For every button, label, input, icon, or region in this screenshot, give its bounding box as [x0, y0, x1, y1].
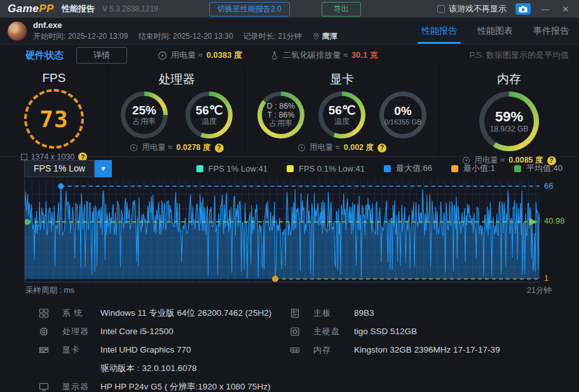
resolution-icon: [21, 154, 27, 160]
game-icon: [8, 22, 27, 41]
record-duration: 记录时长: 21分钟: [243, 31, 302, 42]
average-note: P.S. 数据图显示的是平均值: [469, 50, 579, 61]
cpu-icon: [38, 326, 53, 337]
gpu-section: 显卡 D : 86%T : 86%占用率 56℃温度 0%0/16355 GB …: [245, 66, 439, 156]
gpu-help-icon[interactable]: ?: [378, 144, 386, 152]
legend-swatch: [287, 165, 294, 172]
info-row-system: 系 统 Windows 11 专业版 64位 26200.7462 (25H2): [38, 304, 289, 322]
title-bar: GamePP 性能报告 V 5.3.2838.1219 切换至性能报告2.0 导…: [0, 0, 579, 18]
info-row-monitor: 显示器 HP HP P24v G5 ( 分辨率:1920 x 1080 75Hz…: [38, 377, 289, 392]
system-info: 系 统 Windows 11 专业版 64位 26200.7462 (25H2)…: [0, 296, 579, 392]
legend-avg[interactable]: 平均值:40: [514, 163, 562, 174]
report-header: dnf.exe 开始时间: 2025-12-20 13:09 结束时间: 202…: [0, 18, 579, 44]
duration-label: 21分钟: [527, 285, 552, 296]
fps-chart: 66 40.98 1: [24, 180, 539, 283]
tab-performance-report[interactable]: 性能报告: [411, 18, 467, 44]
system-icon: [38, 308, 53, 319]
gpu-usage-ring: D : 86%T : 86%占用率: [257, 91, 304, 139]
total-power-label: 用电量 ≈: [171, 50, 203, 61]
location: 鹰潭: [312, 31, 337, 42]
minimize-button[interactable]: —: [540, 4, 551, 14]
app-version: V 5.3.2838.1219: [102, 4, 158, 13]
fps-value: 73: [39, 106, 68, 132]
app-subtitle: 性能报告: [62, 3, 95, 15]
info-row-cpu: 处理器 Intel Core i5-12500: [38, 322, 289, 341]
cpu-help-icon[interactable]: ?: [215, 144, 224, 152]
hide-game-checkbox[interactable]: [437, 5, 445, 13]
legend-swatch: [384, 165, 391, 172]
legend-max[interactable]: 最大值:66: [384, 163, 432, 174]
game-name: dnf.exe: [33, 20, 337, 30]
info-row-motherboard: 主板 89B3: [289, 304, 579, 322]
report-tabs: 性能报告 性能图表 事件报告: [411, 18, 579, 44]
detail-button[interactable]: 详情: [76, 47, 127, 64]
cpu-power-value: 0.0278 度: [176, 142, 210, 153]
metric-dropdown-value[interactable]: FPS 1% Low: [24, 160, 95, 177]
memory-section: 内存 59%18.9/32 GB 用电量 ≈ 0.0085 度 ?: [439, 66, 579, 156]
y-label-min: 1: [544, 273, 548, 283]
memory-title: 内存: [497, 71, 521, 88]
y-label-avg: 40.98: [544, 216, 565, 226]
memory-usage-ring: 59%18.9/32 GB: [479, 91, 539, 151]
metric-dropdown[interactable]: FPS 1% Low ▼: [24, 160, 112, 177]
cpu-title: 处理器: [159, 71, 195, 88]
co2-icon: [270, 51, 279, 60]
gpu-power-value: 0.002 度: [344, 142, 374, 153]
ram-icon: [289, 344, 304, 356]
location-pin-icon: [312, 32, 320, 41]
info-row-disk: 主硬盘 tigo SSD 512GB: [289, 322, 579, 341]
legend-swatch: [451, 165, 458, 172]
tab-event-report[interactable]: 事件报告: [523, 18, 579, 44]
power-icon: [158, 51, 167, 60]
sample-period-label: 采样周期 : ms: [25, 285, 74, 296]
cpu-temp-ring: 56℃温度: [186, 91, 233, 139]
legend-fps-01-low[interactable]: FPS 0.1% Low:41: [287, 164, 365, 173]
cpu-section: 处理器 25%占用率 56℃温度 用电量 ≈ 0.0278 度 ?: [108, 66, 245, 156]
gpu-temp-ring: 56℃温度: [318, 91, 365, 139]
total-power-value: 0.0383 度: [207, 50, 242, 61]
tab-performance-chart[interactable]: 性能图表: [467, 18, 523, 44]
co2-label: 二氧化碳排放量 ≈: [283, 50, 348, 61]
power-icon: [130, 144, 138, 152]
gamepp-logo: GamePP: [8, 3, 54, 15]
hardware-status-row: 硬件状态 详情 用电量 ≈ 0.0383 度 二氧化碳排放量 ≈ 30.1 克 …: [0, 44, 579, 66]
hardware-gauges: FPS 73 1374 x 1030 ? 处理器 25%占用率 56℃温度: [0, 66, 579, 156]
gpu-vram-ring: 0%0/16355 GB: [379, 91, 426, 139]
y-label-max: 66: [544, 181, 553, 191]
chart-x-labels: 采样周期 : ms 21分钟: [0, 285, 552, 296]
fps-title: FPS: [43, 71, 66, 85]
disk-icon: [289, 326, 304, 337]
hardware-status-title: 硬件状态: [25, 50, 64, 62]
legend-fps-1-low[interactable]: FPS 1% Low:41: [196, 164, 268, 173]
chart-legend: FPS 1% Low:41 FPS 0.1% Low:41 最大值:66 最小值…: [196, 163, 562, 174]
end-time: 结束时间: 2025-12-20 13:30: [138, 31, 233, 42]
export-button[interactable]: 导出: [322, 2, 361, 17]
gpu-icon: [38, 344, 53, 356]
switch-report-2-button[interactable]: 切换至性能报告2.0: [209, 2, 290, 17]
gamepp-performance-report-window: GamePP 性能报告 V 5.3.2838.1219 切换至性能报告2.0 导…: [0, 0, 579, 392]
info-row-gpu-driver: 驱动版本 : 32.0.101.6078: [38, 359, 289, 377]
fps-gauge: 73: [24, 89, 84, 149]
legend-swatch: [196, 165, 203, 172]
chevron-down-icon[interactable]: ▼: [95, 160, 112, 177]
info-row-ram: 内存 Kingston 32GB 2396MHz 17-17-17-39: [289, 341, 579, 359]
legend-swatch: [514, 165, 521, 172]
screenshot-camera-button[interactable]: [515, 3, 531, 15]
gpu-title: 显卡: [330, 71, 354, 88]
fps-chart-plot: [24, 180, 539, 283]
camera-icon: [519, 6, 528, 13]
info-row-gpu: 显卡 Intel UHD Graphics 770: [38, 341, 289, 359]
co2-value: 30.1 克: [351, 50, 378, 61]
close-button[interactable]: ✕: [560, 4, 571, 14]
legend-min[interactable]: 最小值:1: [451, 163, 495, 174]
power-icon: [297, 144, 306, 152]
fps-section: FPS 73 1374 x 1030 ?: [0, 66, 108, 156]
motherboard-icon: [289, 308, 304, 319]
start-time: 开始时间: 2025-12-20 13:09: [33, 31, 128, 42]
cpu-usage-ring: 25%占用率: [121, 91, 168, 139]
hide-game-label: 该游戏不再显示: [449, 3, 507, 15]
monitor-icon: [38, 381, 53, 392]
